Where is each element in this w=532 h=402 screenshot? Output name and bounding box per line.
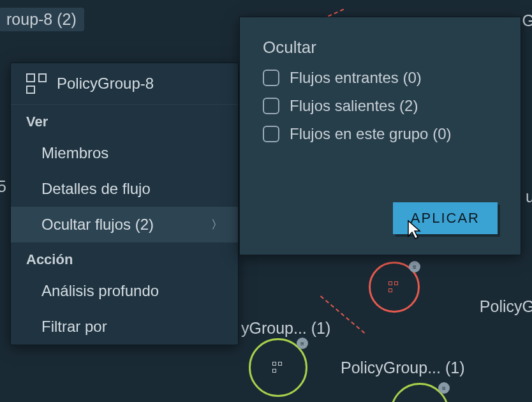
menu-item-flow-details[interactable]: Detalles de flujo xyxy=(11,171,238,207)
graph-node[interactable]: ≡ xyxy=(390,383,449,402)
menu-item-hide-flows[interactable]: Ocultar flujos (2) 〉 xyxy=(11,207,238,242)
menu-item-label: Detalles de flujo xyxy=(41,180,151,198)
bg-node-label: 5 xyxy=(0,177,6,196)
chevron-right-icon: 〉 xyxy=(211,217,223,232)
checkbox-label: Flujos en este grupo (0) xyxy=(290,125,451,143)
menu-item-label: Miembros xyxy=(41,144,108,162)
submenu-title: Ocultar xyxy=(263,38,498,57)
menu-item-label: Filtrar por xyxy=(41,318,107,336)
bg-node-label: yGroup... (1) xyxy=(241,319,330,338)
checkbox-icon xyxy=(263,98,279,114)
graph-node[interactable]: ≡ xyxy=(369,262,420,313)
checkbox-label: Flujos salientes (2) xyxy=(290,97,418,115)
menu-item-members[interactable]: Miembros xyxy=(11,135,238,171)
checkbox-icon xyxy=(263,70,279,86)
menu-item-deep-analysis[interactable]: Análisis profundo xyxy=(11,273,238,309)
bg-node-label: u xyxy=(526,188,532,206)
checkbox-icon xyxy=(263,126,279,142)
menu-item-label: Análisis profundo xyxy=(41,282,159,300)
group-icon xyxy=(26,73,47,94)
checkbox-group-flows[interactable]: Flujos en este grupo (0) xyxy=(263,125,498,143)
apply-button[interactable]: APLICAR xyxy=(393,202,498,234)
menu-header: PolicyGroup-8 xyxy=(11,63,238,105)
checkbox-label: Flujos entrantes (0) xyxy=(290,69,422,87)
bg-node-label: PolicyG xyxy=(480,297,532,316)
node-badge-icon: ≡ xyxy=(438,382,450,394)
checkbox-incoming-flows[interactable]: Flujos entrantes (0) xyxy=(263,69,498,87)
menu-section-action: Acción xyxy=(11,242,238,273)
menu-section-view: Ver xyxy=(11,105,238,135)
bg-node-label: G xyxy=(522,11,532,30)
group-icon xyxy=(388,281,400,293)
node-badge-icon: ≡ xyxy=(409,261,420,272)
menu-item-filter-by[interactable]: Filtrar por xyxy=(11,309,238,345)
context-menu: PolicyGroup-8 Ver Miembros Detalles de f… xyxy=(10,63,239,345)
menu-item-label: Ocultar flujos (2) xyxy=(41,216,154,234)
checkbox-outgoing-flows[interactable]: Flujos salientes (2) xyxy=(263,97,498,115)
node-badge-icon: ≡ xyxy=(297,338,308,349)
bg-node-label: roup-8 (2) xyxy=(0,8,84,31)
hide-flows-submenu: Ocultar Flujos entrantes (0) Flujos sali… xyxy=(239,17,521,255)
graph-node[interactable]: ≡ xyxy=(249,338,307,397)
bg-node-label: PolicyGroup... (1) xyxy=(341,359,465,377)
group-icon xyxy=(272,362,284,373)
menu-title: PolicyGroup-8 xyxy=(57,75,154,93)
